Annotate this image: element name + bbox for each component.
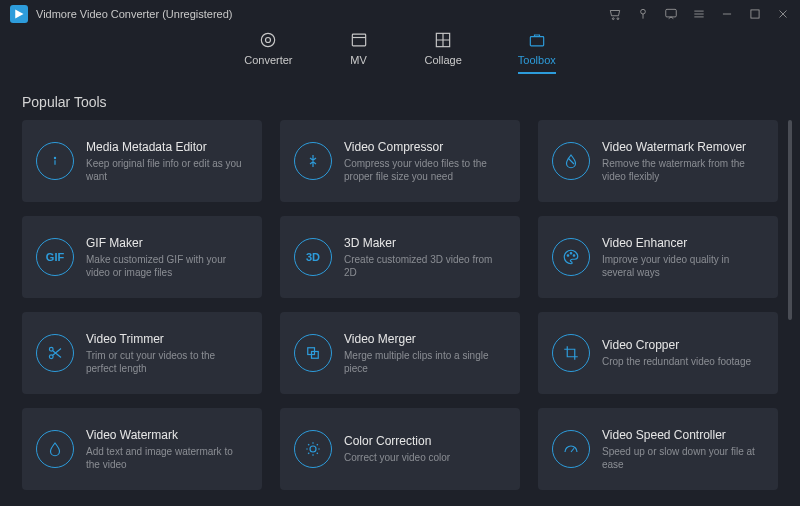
tool-3d-maker[interactable]: 3D 3D Maker Create customized 3D video f…	[280, 216, 520, 298]
register-key-icon[interactable]	[636, 7, 650, 21]
tool-desc: Trim or cut your videos to the perfect l…	[86, 349, 248, 375]
section-title: Popular Tools	[0, 80, 800, 120]
tool-title: Video Speed Controller	[602, 428, 764, 442]
speedometer-icon	[552, 430, 590, 468]
tab-mv[interactable]: MV	[349, 30, 369, 72]
svg-rect-10	[530, 37, 543, 46]
svg-point-12	[567, 255, 569, 257]
converter-icon	[258, 30, 278, 50]
tool-desc: Improve your video quality in several wa…	[602, 253, 764, 279]
tool-title: Video Trimmer	[86, 332, 248, 346]
tab-toolbox[interactable]: Toolbox	[518, 30, 556, 74]
toolbox-icon	[527, 30, 547, 50]
tool-title: Video Watermark Remover	[602, 140, 764, 154]
title-bar-left: Vidmore Video Converter (Unregistered)	[10, 5, 232, 23]
svg-point-19	[310, 446, 316, 452]
svg-point-16	[49, 355, 53, 359]
tool-gif-maker[interactable]: GIF GIF Maker Make customized GIF with y…	[22, 216, 262, 298]
tool-desc: Remove the watermark from the video flex…	[602, 157, 764, 183]
tool-title: Video Watermark	[86, 428, 248, 442]
tool-desc: Crop the redundant video footage	[602, 355, 764, 368]
svg-point-3	[641, 9, 646, 14]
tab-label-collage: Collage	[425, 54, 462, 66]
svg-rect-4	[666, 9, 677, 17]
tool-title: 3D Maker	[344, 236, 506, 250]
tool-color-correction[interactable]: Color Correction Correct your video colo…	[280, 408, 520, 490]
svg-point-2	[617, 18, 619, 20]
tool-title: Video Merger	[344, 332, 506, 346]
droplet-remove-icon	[552, 142, 590, 180]
compress-icon	[294, 142, 332, 180]
tool-speed-controller[interactable]: Video Speed Controller Speed up or slow …	[538, 408, 778, 490]
tab-converter[interactable]: Converter	[244, 30, 292, 72]
tab-collage[interactable]: Collage	[425, 30, 462, 72]
merge-icon	[294, 334, 332, 372]
tool-title: Color Correction	[344, 434, 506, 448]
tool-video-trimmer[interactable]: Video Trimmer Trim or cut your videos to…	[22, 312, 262, 394]
svg-point-1	[612, 18, 614, 20]
droplet-icon	[36, 430, 74, 468]
minimize-icon[interactable]	[720, 7, 734, 21]
cart-icon[interactable]	[608, 7, 622, 21]
tool-watermark-remover[interactable]: Video Watermark Remover Remove the water…	[538, 120, 778, 202]
svg-rect-8	[352, 34, 365, 46]
crop-icon	[552, 334, 590, 372]
tab-label-toolbox: Toolbox	[518, 54, 556, 66]
tab-label-mv: MV	[350, 54, 367, 66]
svg-point-15	[49, 347, 53, 351]
tool-video-watermark[interactable]: Video Watermark Add text and image water…	[22, 408, 262, 490]
tool-desc: Make customized GIF with your video or i…	[86, 253, 248, 279]
tool-video-compressor[interactable]: Video Compressor Compress your video fil…	[280, 120, 520, 202]
tool-title: Video Cropper	[602, 338, 764, 352]
mv-icon	[349, 30, 369, 50]
svg-point-11	[54, 157, 55, 158]
tool-title: Video Enhancer	[602, 236, 764, 250]
svg-point-14	[573, 255, 575, 257]
tab-label-converter: Converter	[244, 54, 292, 66]
svg-point-6	[262, 33, 275, 46]
tool-title: Media Metadata Editor	[86, 140, 248, 154]
main-tabs: Converter MV Collage Toolbox	[0, 30, 800, 80]
tool-desc: Merge multiple clips into a single piece	[344, 349, 506, 375]
three-d-icon: 3D	[294, 238, 332, 276]
svg-rect-5	[751, 10, 759, 18]
app-title: Vidmore Video Converter (Unregistered)	[36, 8, 232, 20]
tool-desc: Add text and image watermark to the vide…	[86, 445, 248, 471]
tool-desc: Correct your video color	[344, 451, 506, 464]
tool-video-cropper[interactable]: Video Cropper Crop the redundant video f…	[538, 312, 778, 394]
tool-desc: Compress your video files to the proper …	[344, 157, 506, 183]
collage-icon	[433, 30, 453, 50]
tool-video-merger[interactable]: Video Merger Merge multiple clips into a…	[280, 312, 520, 394]
app-logo-icon	[10, 5, 28, 23]
palette-icon	[552, 238, 590, 276]
tool-title: GIF Maker	[86, 236, 248, 250]
close-icon[interactable]	[776, 7, 790, 21]
title-bar-right	[608, 7, 790, 21]
tool-media-metadata-editor[interactable]: Media Metadata Editor Keep original file…	[22, 120, 262, 202]
tool-desc: Create customized 3D video from 2D	[344, 253, 506, 279]
gif-icon: GIF	[36, 238, 74, 276]
tools-panel: Media Metadata Editor Keep original file…	[0, 120, 800, 506]
svg-point-7	[266, 38, 271, 43]
tool-desc: Speed up or slow down your file at ease	[602, 445, 764, 471]
tool-title: Video Compressor	[344, 140, 506, 154]
info-icon	[36, 142, 74, 180]
title-bar: Vidmore Video Converter (Unregistered)	[0, 0, 800, 28]
tool-desc: Keep original file info or edit as you w…	[86, 157, 248, 183]
menu-icon[interactable]	[692, 7, 706, 21]
maximize-icon[interactable]	[748, 7, 762, 21]
feedback-icon[interactable]	[664, 7, 678, 21]
tool-video-enhancer[interactable]: Video Enhancer Improve your video qualit…	[538, 216, 778, 298]
scissors-icon	[36, 334, 74, 372]
svg-point-13	[570, 253, 572, 255]
scrollbar-thumb[interactable]	[788, 120, 792, 320]
sun-icon	[294, 430, 332, 468]
tools-grid: Media Metadata Editor Keep original file…	[22, 120, 778, 490]
svg-marker-0	[15, 10, 23, 19]
